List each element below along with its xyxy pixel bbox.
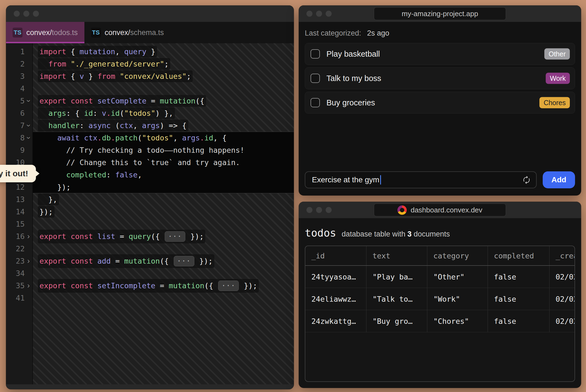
table-heading: todos database table with 3 documents [305,227,575,239]
dashboard-content: todos database table with 3 documents _i… [299,218,581,388]
table-row[interactable]: 24tyyasoa…"Play ba…"Other"false02/02/20… [305,266,574,288]
tab-convex-todos[interactable]: TS convex/todos.ts [6,22,84,43]
todo-item[interactable]: Talk to my bossWork [305,67,575,89]
table-row[interactable]: 24eliawwz…"Talk to…"Work"false02/02/20… [305,288,574,310]
window-controls [306,207,332,213]
fold-closed-icon[interactable]: › [25,232,32,241]
line-number: 15 [6,220,25,228]
code-line: 41 [6,292,294,304]
todo-item[interactable]: Play basketballOther [305,43,575,65]
todo-checkbox[interactable] [311,98,320,107]
folded-code-pill[interactable]: ··· [165,231,185,242]
code-line: 5›export const setComplete = mutation({ [6,95,294,107]
documents-table[interactable]: _idtextcategorycompleted_creationTime24t… [305,246,575,382]
dashboard-titlebar: dashboard.convex.dev [299,202,581,218]
new-todo-input-value: Exercise at the gym [312,175,379,184]
column-header: _creationTime [550,246,574,265]
minimize-window-icon[interactable] [316,11,322,17]
code-text: import { v } from "convex/values"; [39,72,191,80]
fold-open-icon[interactable]: › [24,134,33,142]
code-text: handler: async (ctx, args) => { [39,121,187,130]
table-cell: 02/02/20… [550,310,574,332]
line-number: 12 [6,183,25,191]
code-text: // Try checking a todo——nothing happens! [39,146,244,154]
editor-tabbar: TS convex/todos.ts TS convex/schema.ts [6,22,294,43]
new-todo-input[interactable]: Exercise at the gym [305,171,537,188]
folded-code-pill[interactable]: ··· [174,256,194,266]
category-badge: Other [544,48,570,60]
line-number: 4 [6,84,25,93]
code-lines: 1import { mutation, query }2 from "./_ge… [6,45,294,304]
table-cell: "Chores" [427,310,488,332]
line-number: 5 [6,97,25,105]
line-number: 1 [6,47,25,56]
code-area[interactable]: 1import { mutation, query }2 from "./_ge… [6,43,294,384]
table-cell: "Play ba… [366,266,427,288]
column-header: text [366,246,427,265]
todo-app-content: Last categorized: 2s ago Play basketball… [299,22,581,195]
code-line: 14}); [6,206,294,218]
minimize-window-icon[interactable] [316,207,322,213]
code-line: 7› handler: async (ctx, args) => { [6,119,294,132]
line-number: 8 [6,134,25,142]
fold-closed-icon[interactable]: › [25,257,32,265]
code-editor-window: TS convex/todos.ts TS convex/schema.ts 1… [6,5,294,389]
table-row[interactable]: 24zwkattg…"Buy gro…"Chores"false02/02/20… [305,310,574,332]
last-categorized-value: 2s ago [367,29,389,37]
window-controls [306,11,332,17]
tab-convex-schema[interactable]: TS convex/schema.ts [84,22,170,43]
code-text: }); [39,207,53,216]
todo-item[interactable]: Buy groceriesChores [305,92,575,114]
code-text: // Change this to `true` and try again. [39,158,240,167]
maximize-window-icon[interactable] [33,11,39,17]
code-line: 12 }); [6,181,294,193]
code-text: completed: false, [39,171,142,179]
fold-open-icon[interactable]: › [24,97,33,105]
todo-app-titlebar: my-amazing-project.app [299,5,581,22]
code-line: 6 args: { id: v.id("todos") }, [6,107,294,119]
line-number: 16 [6,232,25,241]
column-header: category [427,246,488,265]
tooltip-label: Try it out! [0,169,28,178]
dashboard-url: dashboard.convex.dev [411,206,482,214]
line-number: 14 [6,207,25,216]
folded-code-pill[interactable]: ··· [218,281,239,291]
code-text: export const setIncomplete = mutation({ … [39,281,257,291]
table-header-row: _idtextcategorycompleted_creationTime [305,246,574,266]
todo-checkbox[interactable] [311,74,320,83]
close-window-icon[interactable] [14,11,20,17]
code-text: args: { id: v.id("todos") }, [39,109,173,117]
code-line: 22 [6,243,294,255]
category-badge: Chores [539,97,570,108]
code-text: export const add = mutation({ ··· }); [39,256,213,266]
document-count: 3 [408,230,412,238]
line-number: 34 [6,269,25,278]
close-window-icon[interactable] [306,207,312,213]
todo-text: Talk to my boss [326,74,381,83]
maximize-window-icon[interactable] [326,11,332,17]
code-line: 23›export const add = mutation({ ··· }); [6,255,294,267]
text-cursor [380,175,381,185]
minimize-window-icon[interactable] [23,11,29,17]
table-cell: 24tyyasoa… [305,266,366,288]
column-header: _id [305,246,366,265]
line-number: 35 [6,281,25,290]
fold-open-icon[interactable]: › [24,122,33,129]
todo-checkbox[interactable] [311,49,320,59]
code-line: 9 // Try checking a todo——nothing happen… [6,144,294,156]
todo-list: Play basketballOtherTalk to my bossWorkB… [305,43,575,114]
code-text: await ctx.db.patch("todos", args.id, { [39,134,227,142]
code-line: 8› await ctx.db.patch("todos", args.id, … [6,132,294,144]
table-cell: false [488,288,550,310]
table-cell: "Work" [427,288,488,310]
table-subtitle: database table with 3 documents [342,230,450,238]
add-todo-button[interactable]: Add [543,171,575,188]
maximize-window-icon[interactable] [326,207,332,213]
tab-label: convex/schema.ts [105,28,164,37]
close-window-icon[interactable] [306,11,312,17]
code-line: 2 from "./_generated/server"; [6,58,294,70]
code-line: 3import { v } from "convex/values"; [6,70,294,82]
gutter-divider [32,43,33,384]
code-text: from "./_generated/server"; [39,60,169,68]
fold-closed-icon[interactable]: › [25,281,32,290]
